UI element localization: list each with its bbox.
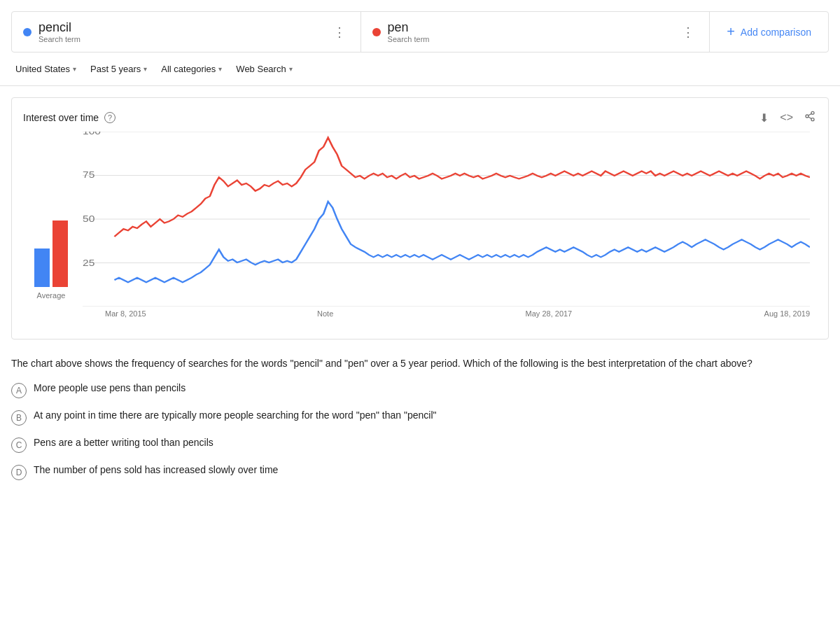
svg-text:50: 50 xyxy=(83,214,94,225)
chart-svg: 100 75 50 25 xyxy=(83,132,810,307)
help-icon[interactable]: ? xyxy=(104,112,115,123)
region-chevron-icon: ▾ xyxy=(73,65,76,73)
search-type-chevron-icon: ▾ xyxy=(289,65,293,73)
term1-name: pencil xyxy=(38,20,323,35)
term1-dot xyxy=(23,28,31,36)
term1-more-button[interactable]: ⋮ xyxy=(330,24,349,40)
x-label-1: Mar 8, 2015 xyxy=(105,309,146,318)
chart-area: Average 100 75 50 25 xyxy=(23,132,817,328)
x-label-3: Aug 18, 2019 xyxy=(764,309,810,318)
option-d-circle: D xyxy=(11,465,27,480)
plus-icon: + xyxy=(727,24,735,40)
option-c-text: Pens are a better writing tool than penc… xyxy=(34,437,214,448)
term1-info: pencil Search term xyxy=(38,20,323,43)
chart-title-area: Interest over time ? xyxy=(23,112,115,123)
term2-dot xyxy=(372,28,381,36)
option-a-circle: A xyxy=(11,383,27,398)
svg-point-1 xyxy=(806,115,808,118)
option-d: D The number of pens sold has increased … xyxy=(11,464,829,480)
embed-button[interactable]: <> xyxy=(778,110,794,125)
term1-item: pencil Search term ⋮ xyxy=(12,12,361,52)
category-chevron-icon: ▾ xyxy=(218,65,222,73)
add-comparison-label: Add comparison xyxy=(741,27,811,38)
chart-actions: ⬇ <> xyxy=(758,109,817,126)
term2-info: pen Search term xyxy=(388,20,673,43)
svg-point-2 xyxy=(811,118,814,121)
option-b: B At any point in time there are typical… xyxy=(11,410,829,426)
question-text: The chart above shows the frequency of s… xyxy=(0,351,840,382)
average-label: Average xyxy=(37,291,66,300)
svg-text:75: 75 xyxy=(83,170,94,181)
region-label: United States xyxy=(15,64,70,74)
term2-label: Search term xyxy=(388,35,673,43)
bar-blue xyxy=(34,248,50,287)
filters-bar: United States ▾ Past 5 years ▾ All categ… xyxy=(0,52,840,86)
category-filter[interactable]: All categories ▾ xyxy=(157,61,226,77)
average-bars: Average xyxy=(23,139,79,300)
note-label: Note xyxy=(317,309,333,318)
option-a: A More people use pens than pencils xyxy=(11,382,829,398)
search-terms-bar: pencil Search term ⋮ pen Search term ⋮ +… xyxy=(11,11,829,52)
term1-label: Search term xyxy=(38,35,323,43)
download-button[interactable]: ⬇ xyxy=(758,110,770,126)
term2-name: pen xyxy=(388,20,673,35)
region-filter[interactable]: United States ▾ xyxy=(11,61,80,77)
time-filter[interactable]: Past 5 years ▾ xyxy=(86,61,151,77)
chart-header: Interest over time ? ⬇ <> xyxy=(23,109,817,126)
chart-section: Interest over time ? ⬇ <> Average xyxy=(11,97,829,340)
option-c-circle: C xyxy=(11,438,27,453)
term2-more-button[interactable]: ⋮ xyxy=(679,24,698,40)
option-a-text: More people use pens than pencils xyxy=(34,382,186,393)
option-c: C Pens are a better writing tool than pe… xyxy=(11,437,829,453)
time-chevron-icon: ▾ xyxy=(144,65,147,73)
time-label: Past 5 years xyxy=(90,64,141,74)
search-type-filter[interactable]: Web Search ▾ xyxy=(232,61,296,77)
bar-group xyxy=(34,189,68,287)
chart-title: Interest over time xyxy=(23,112,99,123)
option-d-text: The number of pens sold has increased sl… xyxy=(34,464,278,475)
term2-item: pen Search term ⋮ xyxy=(361,12,710,52)
x-label-2: May 28, 2017 xyxy=(526,309,573,318)
bar-red xyxy=(52,220,68,287)
option-b-text: At any point in time there are typically… xyxy=(34,410,437,421)
svg-point-0 xyxy=(811,111,814,114)
svg-line-3 xyxy=(808,117,812,119)
option-b-circle: B xyxy=(11,410,27,426)
add-comparison-button[interactable]: + Add comparison xyxy=(710,12,828,52)
search-type-label: Web Search xyxy=(236,64,286,74)
answer-options: A More people use pens than pencils B At… xyxy=(0,382,840,480)
category-label: All categories xyxy=(161,64,216,74)
share-button[interactable] xyxy=(803,109,817,126)
x-axis-labels: Mar 8, 2015 Note May 28, 2017 Aug 18, 20… xyxy=(83,307,810,318)
main-chart: 100 75 50 25 Mar 8, 2015 Note May 28, 20… xyxy=(83,132,810,307)
svg-line-4 xyxy=(808,113,812,115)
svg-text:100: 100 xyxy=(83,132,101,136)
svg-text:25: 25 xyxy=(83,258,94,269)
